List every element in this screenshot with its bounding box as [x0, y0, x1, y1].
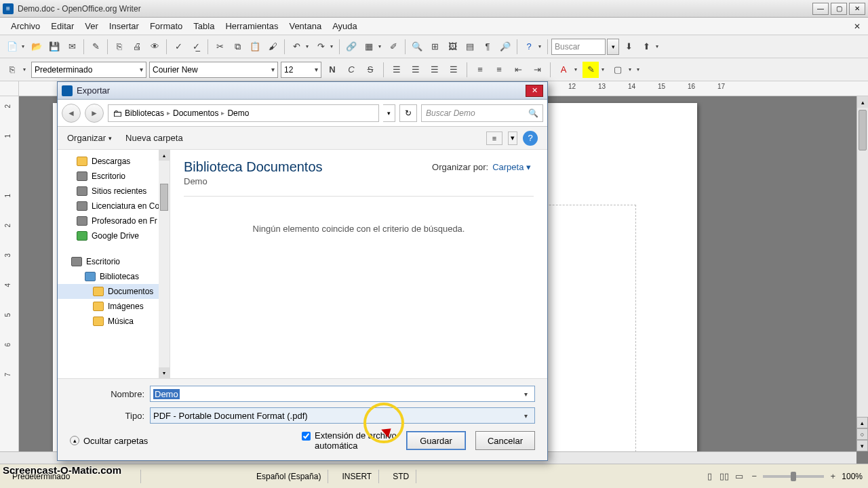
scroll-up-icon[interactable]: ▴: [857, 96, 868, 108]
font-color-icon[interactable]: A: [555, 62, 572, 78]
menu-view[interactable]: Ver: [79, 19, 104, 33]
insert-mode-status[interactable]: INSERT: [335, 470, 379, 483]
preview-icon[interactable]: 👁: [146, 39, 163, 55]
folder-tree[interactable]: Descargas Escritorio Sitios recientes Li…: [58, 150, 170, 378]
dialog-titlebar[interactable]: Exportar ✕: [58, 82, 547, 100]
auto-spell-icon[interactable]: ✓̲: [188, 39, 204, 55]
tree-scrollbar[interactable]: ▴ ▾: [159, 150, 170, 378]
view-mode-button[interactable]: ≡: [486, 131, 502, 145]
align-justify-icon[interactable]: ☰: [446, 62, 462, 78]
auto-ext-check[interactable]: [302, 432, 311, 441]
refresh-button[interactable]: ↻: [399, 104, 417, 122]
spellcheck-icon[interactable]: ✓: [170, 39, 186, 55]
nav-center-icon[interactable]: ○: [856, 428, 868, 440]
paste-icon[interactable]: 📋: [247, 39, 263, 55]
hide-folders-toggle[interactable]: ▴ Ocultar carpetas: [70, 436, 148, 446]
view-book-icon[interactable]: ▭: [733, 470, 745, 483]
breadcrumb-drop-icon[interactable]: ▾: [383, 104, 395, 122]
tree-item-libraries[interactable]: Bibliotecas: [58, 269, 170, 284]
tree-item-desktop-root[interactable]: Escritorio: [58, 254, 170, 269]
nonprint-icon[interactable]: ¶: [479, 39, 496, 55]
undo-icon[interactable]: ↶: [288, 39, 304, 55]
zoom-icon[interactable]: 🔎: [497, 39, 513, 55]
menu-file[interactable]: Archivo: [5, 19, 45, 33]
organize-by-value[interactable]: Carpeta ▾: [492, 162, 531, 172]
align-left-icon[interactable]: ☰: [389, 62, 405, 78]
zoom-slider[interactable]: [763, 475, 824, 478]
align-right-icon[interactable]: ☰: [427, 62, 443, 78]
filetype-combo[interactable]: PDF - Portable Document Format (.pdf) ▾: [150, 407, 535, 424]
email-icon[interactable]: ✉: [64, 39, 80, 55]
next-page-icon[interactable]: ▾: [856, 440, 868, 451]
breadcrumb-item[interactable]: Demo: [227, 108, 249, 118]
cancel-button[interactable]: Cancelar: [475, 431, 535, 450]
highlight-icon[interactable]: ✎: [583, 62, 599, 78]
filename-input[interactable]: Demo ▾: [150, 386, 535, 402]
underline-icon[interactable]: S: [362, 62, 378, 78]
search-down-icon[interactable]: ⬇: [620, 39, 637, 55]
edit-mode-icon[interactable]: ✎: [87, 39, 104, 55]
vertical-ruler[interactable]: 2 1 1 2 3 4 5 6 7: [0, 96, 19, 464]
dialog-search-input[interactable]: Buscar Demo 🔍: [421, 104, 543, 122]
view-drop-icon[interactable]: ▾: [508, 131, 517, 145]
font-color-drop-icon[interactable]: ▾: [574, 66, 580, 73]
copy-icon[interactable]: ⧉: [229, 39, 245, 55]
menu-table[interactable]: Tabla: [188, 19, 220, 33]
format-paint-icon[interactable]: 🖌: [264, 39, 281, 55]
breadcrumb-item[interactable]: Documentos: [173, 108, 218, 118]
menu-insert[interactable]: Insertar: [104, 19, 144, 33]
highlight-drop-icon[interactable]: ▾: [601, 66, 607, 73]
tree-item-images[interactable]: Imágenes: [58, 299, 170, 314]
tree-scroll-thumb[interactable]: [160, 184, 168, 211]
datasource-icon[interactable]: ▤: [462, 39, 478, 55]
open-icon[interactable]: 📂: [28, 39, 45, 55]
italic-icon[interactable]: C: [343, 62, 359, 78]
outdent-icon[interactable]: ⇤: [510, 62, 526, 78]
draw-icon[interactable]: ✐: [385, 39, 401, 55]
auto-extension-checkbox[interactable]: Extensión de archivo automática: [302, 430, 397, 451]
font-name-combo[interactable]: Courier New▾: [149, 62, 278, 78]
cut-icon[interactable]: ✂: [212, 39, 228, 55]
export-pdf-icon[interactable]: ⎘: [111, 39, 127, 55]
redo-drop-icon[interactable]: ▾: [330, 43, 336, 49]
chevron-down-icon[interactable]: ▾: [312, 66, 318, 73]
scroll-thumb[interactable]: [859, 110, 867, 150]
tree-scroll-up-icon[interactable]: ▴: [159, 150, 170, 161]
tree-item-desktop[interactable]: Escritorio: [58, 169, 170, 184]
hyperlink-icon[interactable]: 🔗: [343, 39, 359, 55]
minimize-button[interactable]: —: [812, 3, 829, 15]
align-center-icon[interactable]: ☰: [408, 62, 424, 78]
menu-help[interactable]: Ayuda: [327, 19, 363, 33]
toolbar-overflow-icon[interactable]: ▾: [656, 43, 661, 49]
menu-window[interactable]: Ventana: [283, 19, 327, 33]
view-layout-icon[interactable]: ▯: [703, 470, 715, 483]
numbered-list-icon[interactable]: ≡: [472, 62, 488, 78]
help-drop-icon[interactable]: ▾: [538, 43, 544, 49]
styles-icon[interactable]: ⎘: [4, 62, 20, 78]
new-folder-button[interactable]: Nueva carpeta: [125, 133, 183, 143]
menu-edit[interactable]: Editar: [45, 19, 79, 33]
tree-item-folder[interactable]: Profesorado en Fr: [58, 214, 170, 228]
nav-forward-button[interactable]: ►: [85, 104, 104, 123]
document-close-icon[interactable]: ✕: [852, 21, 863, 32]
format-overflow-icon[interactable]: ▾: [637, 66, 642, 73]
bold-icon[interactable]: N: [324, 62, 340, 78]
styles-drop-icon[interactable]: ▾: [23, 66, 28, 73]
chevron-down-icon[interactable]: ▾: [137, 66, 143, 73]
table-drop-icon[interactable]: ▾: [378, 43, 384, 49]
search-drop-icon[interactable]: ▾: [607, 39, 619, 55]
selection-mode-status[interactable]: STD: [386, 470, 416, 483]
view-multi-icon[interactable]: ▯▯: [718, 470, 730, 483]
indent-icon[interactable]: ⇥: [529, 62, 545, 78]
help-icon[interactable]: ?: [521, 39, 537, 55]
save-icon[interactable]: 💾: [46, 39, 62, 55]
maximize-button[interactable]: ▢: [831, 3, 847, 15]
organize-button[interactable]: Organizar▾: [67, 133, 112, 143]
zoom-out-icon[interactable]: −: [748, 470, 760, 483]
table-icon[interactable]: ▦: [361, 39, 377, 55]
vertical-scrollbar[interactable]: ▴ ▾: [856, 96, 868, 451]
chevron-down-icon[interactable]: ▾: [269, 66, 275, 73]
tree-item-gdrive[interactable]: Google Drive: [58, 228, 170, 243]
bg-color-drop-icon[interactable]: ▾: [629, 66, 634, 73]
tree-item-documents[interactable]: Documentos: [58, 284, 170, 299]
